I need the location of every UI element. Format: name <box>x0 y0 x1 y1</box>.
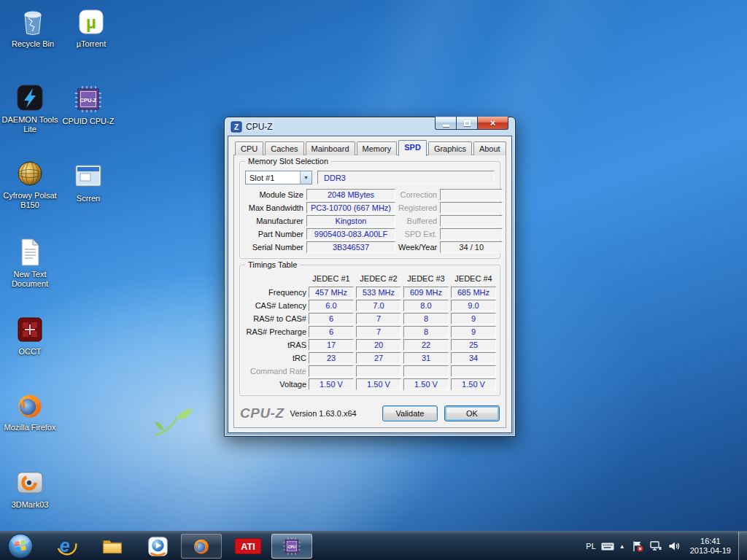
timing-cell: 457 MHz <box>309 287 354 298</box>
manufacturer-value: Kingston <box>306 215 395 227</box>
keyboard-layout-icon[interactable] <box>601 540 614 552</box>
chevron-down-icon: ▼ <box>300 171 311 184</box>
validate-button[interactable]: Validate <box>382 405 438 421</box>
icon-label: Scrren <box>60 194 117 203</box>
timing-cell: 7.0 <box>356 300 401 311</box>
timing-row-label: CAS# Latency <box>245 301 306 310</box>
timings-groupbox: Timings Table JEDEC #1 JEDEC #2 JEDEC #3… <box>239 265 500 396</box>
network-icon[interactable] <box>649 540 662 552</box>
ok-button[interactable]: OK <box>444 405 500 421</box>
timing-row-label: Command Rate <box>245 367 306 376</box>
wallpaper-sprout-decoration <box>146 397 204 441</box>
timing-row-label: RAS# to CAS# <box>245 314 306 323</box>
timing-cell: 8.0 <box>403 300 449 311</box>
column-header: JEDEC #3 <box>403 274 449 285</box>
icon-label: New Text Document <box>1 270 58 289</box>
tab-about[interactable]: About <box>473 141 506 155</box>
desktop-icon-daemon-tools[interactable]: DAEMON Tools Lite <box>1 82 58 134</box>
tab-strip: CPU Caches Mainboard Memory SPD Graphics… <box>233 141 506 155</box>
manufacturer-label: Manufacturer <box>245 217 303 225</box>
timing-cell: 609 MHz <box>403 287 449 298</box>
desktop-icon-cyfrowy-polsat[interactable]: Cyfrowy Polsat B150 <box>1 158 58 210</box>
taskbar-firefox[interactable] <box>181 534 222 559</box>
module-size-value: 2048 MBytes <box>306 189 395 201</box>
window-titlebar[interactable]: Z CPU-Z × <box>225 117 515 136</box>
timing-cell: 6 <box>309 326 354 338</box>
maximize-icon <box>464 120 471 126</box>
screen-window-icon <box>72 160 104 192</box>
desktop-icon-mozilla-firefox[interactable]: Mozilla Firefox <box>1 389 58 432</box>
desktop-icon-utorrent[interactable]: µ µTorrent <box>63 6 120 49</box>
slot-select-dropdown[interactable]: Slot #1 ▼ <box>245 171 312 184</box>
volume-icon[interactable] <box>667 540 681 552</box>
utorrent-icon: µ <box>75 6 107 38</box>
window-footer: CPU-Z Version 1.63.0.x64 Validate OK <box>239 402 500 424</box>
timing-cell <box>309 365 354 377</box>
memory-slot-groupbox: Memory Slot Selection Slot #1 ▼ DDR3 Mod… <box>239 161 500 259</box>
tab-graphics[interactable]: Graphics <box>428 141 472 155</box>
tab-mainboard[interactable]: Mainboard <box>306 141 355 155</box>
spd-ext-label: SPD Ext. <box>398 230 437 238</box>
minimize-button[interactable] <box>435 117 456 130</box>
icon-label: Mozilla Firefox <box>1 423 58 432</box>
tab-spd[interactable]: SPD <box>398 140 427 156</box>
3dmark-icon <box>14 467 46 499</box>
taskbar: e <box>0 531 747 560</box>
column-header: JEDEC #1 <box>309 274 354 285</box>
memory-type-value: DDR3 <box>317 171 495 184</box>
desktop-wallpaper: Recycle Bin µ µTorrent DAEMON Tools Lite… <box>0 0 747 560</box>
taskbar-clock[interactable]: 16:41 2013-04-19 <box>690 537 731 556</box>
serial-number-value: 3B346537 <box>306 241 395 253</box>
daemon-tools-icon <box>14 82 46 114</box>
language-indicator[interactable]: PL <box>586 542 595 551</box>
maximize-button[interactable] <box>456 117 477 130</box>
svg-text:CPU-Z: CPU-Z <box>80 97 97 104</box>
desktop-icon-scrren[interactable]: Scrren <box>60 160 117 203</box>
tab-caches[interactable]: Caches <box>265 141 303 155</box>
timing-cell: 31 <box>403 352 449 364</box>
desktop-icon-recycle-bin[interactable]: Recycle Bin <box>4 6 61 49</box>
timing-cell: 27 <box>356 352 401 364</box>
timing-cell: 20 <box>356 339 401 351</box>
groupbox-title: Timings Table <box>245 260 300 269</box>
taskbar-windows-explorer[interactable] <box>92 534 133 559</box>
desktop-icon-cpuid-cpuz[interactable]: CPU-Z CPUID CPU-Z <box>60 83 117 126</box>
timing-cell: 685 MHz <box>451 287 496 298</box>
tray-expand-icon[interactable]: ▲ <box>619 543 625 550</box>
max-bandwidth-value: PC3-10700 (667 MHz) <box>306 202 395 214</box>
icon-label: CPUID CPU-Z <box>60 117 117 126</box>
svg-text:ATI: ATI <box>241 542 255 552</box>
correction-label: Correction <box>398 190 437 199</box>
ati-icon: ATI <box>234 535 262 557</box>
taskbar-internet-explorer[interactable]: e <box>47 534 88 559</box>
week-year-value: 34 / 10 <box>440 241 503 253</box>
start-button[interactable] <box>7 532 34 560</box>
window-title: CPU-Z <box>246 122 273 132</box>
timing-cell <box>451 365 496 377</box>
taskbar-cpuz[interactable]: CPU <box>271 534 312 559</box>
taskbar-media-player[interactable] <box>137 534 178 559</box>
serial-number-label: Serial Number <box>245 243 303 252</box>
correction-value <box>440 189 503 201</box>
show-desktop-button[interactable] <box>738 532 747 560</box>
occt-icon <box>14 314 46 346</box>
timing-cell: 8 <box>403 326 449 338</box>
close-button[interactable]: × <box>477 117 508 130</box>
timing-cell <box>356 365 401 377</box>
timing-row-label: tRAS <box>245 341 306 349</box>
media-player-icon <box>147 536 169 557</box>
timing-cell: 9 <box>451 326 496 338</box>
icon-label: Cyfrowy Polsat B150 <box>1 191 58 210</box>
tab-cpu[interactable]: CPU <box>235 141 263 155</box>
desktop-icon-3dmark03[interactable]: 3DMark03 <box>1 467 58 510</box>
close-icon: × <box>490 118 496 128</box>
tab-memory[interactable]: Memory <box>357 141 398 155</box>
timing-cell: 9 <box>451 313 496 324</box>
taskbar-ati-catalyst[interactable]: ATI <box>228 534 268 559</box>
spd-ext-value <box>440 228 503 240</box>
desktop-icon-occt[interactable]: OCCT <box>1 314 58 357</box>
desktop-icon-new-text-document[interactable]: New Text Document <box>1 236 58 289</box>
action-center-flag-icon[interactable] <box>631 540 644 552</box>
timing-cell: 23 <box>309 352 354 364</box>
text-document-icon <box>14 236 46 268</box>
